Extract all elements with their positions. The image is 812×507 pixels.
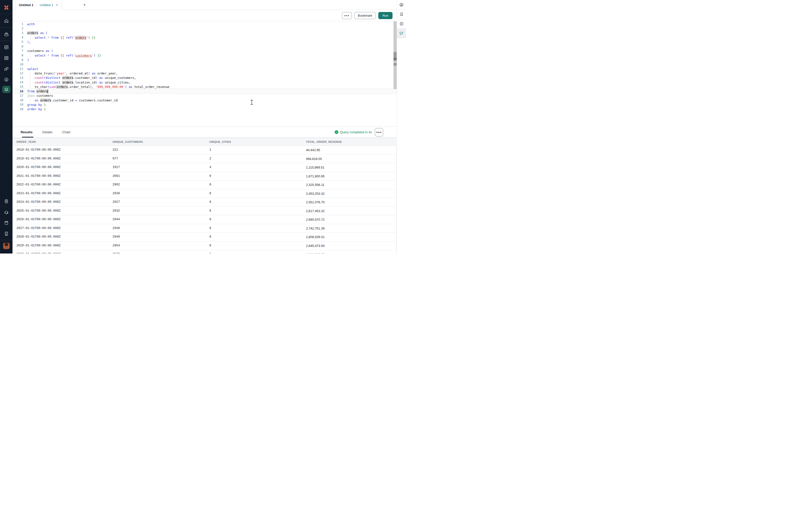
code-text: customers as ( <box>27 49 53 53</box>
support-headset-icon[interactable] <box>2 209 10 216</box>
table-row[interactable]: 2023-01-01T00:00:00.000Z293062,453,253.3… <box>12 189 397 198</box>
code-line[interactable]: 14 count(distinct orders.location_id) as… <box>12 80 397 84</box>
column-header[interactable]: TOTAL_ORDER_REVENUE <box>306 140 342 143</box>
notebook-tab-bar: Untitled 1✕Untitled 1✕ + <box>12 0 397 10</box>
table-row[interactable]: 2019-01-01T00:00:00.000Z9772494,818.00 <box>12 155 397 163</box>
results-tab-chart[interactable]: Chart <box>62 130 70 134</box>
bookmark-button[interactable]: Bookmark <box>354 12 376 19</box>
table-cell: 2,690,570.72 <box>306 218 324 221</box>
code-window-icon[interactable] <box>2 54 10 62</box>
code-text: to_char(sum(orders.order_total), '999,99… <box>27 85 169 89</box>
code-line[interactable]: 4 select * from {{ ref('orders') }} <box>12 35 397 40</box>
table-row[interactable]: 2021-01-01T00:00:00.000Z266161,871,800.8… <box>12 172 397 181</box>
code-line[interactable]: 1with <box>12 22 397 26</box>
code-line[interactable]: 17join customers <box>12 94 397 98</box>
docs-book-icon[interactable] <box>2 219 10 227</box>
ai-comment-icon[interactable] <box>397 29 406 38</box>
table-cell: 2879 <box>112 252 120 253</box>
data-drawer-icon[interactable] <box>2 31 10 38</box>
table-row[interactable]: 2026-01-01T00:00:00.000Z294462,690,570.7… <box>12 215 397 224</box>
editor-scrollbar-thumb[interactable] <box>394 52 397 61</box>
results-tab-results[interactable]: Results <box>20 130 33 134</box>
results-more-button[interactable]: ●●● <box>375 128 383 136</box>
sidebar-divider <box>0 240 12 240</box>
editor-scrollbar[interactable] <box>394 21 397 89</box>
code-line[interactable]: 3orders as ( <box>12 31 397 35</box>
bookmark-icon[interactable] <box>397 9 406 19</box>
table-header-row: ORDER_YEARUNIQUE_CUSTOMERSUNIQUE_CITIEST… <box>12 138 397 146</box>
table-row[interactable]: 2018-01-01T00:00:00.000Z221144,442.65 <box>12 146 397 155</box>
code-line[interactable]: 9) <box>12 58 397 62</box>
table-row[interactable]: 2022-01-01T00:00:00.000Z290262,325,556.1… <box>12 180 397 189</box>
table-cell: 1,115,869.51 <box>306 166 324 169</box>
more-options-button[interactable]: ●●● <box>342 12 352 19</box>
sidebar-divider <box>0 41 12 41</box>
code-line[interactable]: 10 <box>12 62 397 67</box>
code-line[interactable]: 6 <box>12 44 397 49</box>
table-cell: 2030-01-01T00:00:00.000Z <box>16 252 60 253</box>
table-row[interactable]: 2030-01-01T00:00:00.000Z287961,841,049.3… <box>12 250 397 253</box>
workspace-laptop-icon[interactable] <box>2 86 10 93</box>
table-row[interactable]: 2027-01-01T00:00:00.000Z294662,742,751.3… <box>12 224 397 233</box>
table-cell: 2932 <box>112 209 120 213</box>
table-cell: 2028-01-01T00:00:00.000Z <box>16 235 60 238</box>
table-cell: 2025-01-01T00:00:00.000Z <box>16 209 60 213</box>
table-cell: 44,442.65 <box>306 148 320 152</box>
app-window: Untitled 1✕Untitled 1✕ + ●●● Bookmark Ru… <box>0 0 406 253</box>
code-line[interactable]: 13 count(distinct orders.customer_id) as… <box>12 76 397 80</box>
multi-window-icon[interactable] <box>2 65 10 72</box>
line-number: 11 <box>12 67 23 70</box>
code-line[interactable]: 19group by 1 <box>12 102 397 107</box>
column-header[interactable]: UNIQUE_CITIES <box>209 140 231 143</box>
code-line[interactable]: 2 <box>12 26 397 31</box>
table-cell: 1,841,049.32 <box>306 252 324 253</box>
notebook-tab[interactable]: Untitled 1✕ <box>37 0 62 10</box>
table-cell: 2022-01-01T00:00:00.000Z <box>16 183 60 186</box>
code-text: orders as ( <box>27 31 48 35</box>
organization-building-icon[interactable] <box>2 230 10 237</box>
code-line[interactable]: 11select <box>12 67 397 71</box>
sql-editor[interactable]: 1with23orders as (4 select * from {{ ref… <box>12 21 397 127</box>
new-tab-button[interactable]: + <box>82 2 88 8</box>
hex-logo-icon[interactable] <box>2 4 10 11</box>
code-line[interactable]: 8 select * from {{ ref('customers') }} <box>12 53 397 58</box>
code-line[interactable]: 7customers as ( <box>12 49 397 53</box>
query-status-text: Query completed in 4s <box>340 130 372 134</box>
user-avatar[interactable] <box>3 243 9 249</box>
code-line[interactable]: 5), <box>12 40 397 44</box>
table-cell: 2027-01-01T00:00:00.000Z <box>16 227 60 230</box>
code-line[interactable]: 12 date_trunc('year', ordered_at) as ord… <box>12 71 397 75</box>
run-button[interactable]: Run <box>378 12 393 19</box>
table-cell: 977 <box>112 157 118 160</box>
table-row[interactable]: 2024-01-01T00:00:00.000Z292762,551,076.7… <box>12 198 397 207</box>
table-row[interactable]: 2029-01-01T00:00:00.000Z295462,845,473.9… <box>12 241 397 250</box>
line-number: 12 <box>12 71 23 75</box>
table-row[interactable]: 2020-01-01T00:00:00.000Z191741,115,869.5… <box>12 163 397 172</box>
history-clock-icon[interactable] <box>397 19 406 29</box>
table-cell: 2 <box>209 157 211 160</box>
column-header[interactable]: ORDER_YEAR <box>16 140 36 143</box>
close-tab-icon[interactable]: ✕ <box>55 3 59 7</box>
table-cell: 2927 <box>112 200 120 204</box>
success-check-icon: ✓ <box>335 130 338 134</box>
code-line[interactable]: 16from orders <box>12 89 397 93</box>
home-icon[interactable] <box>2 17 10 24</box>
apps-grid-icon[interactable] <box>2 44 10 51</box>
table-row[interactable]: 2028-01-01T00:00:00.000Z294962,808,539.0… <box>12 233 397 241</box>
table-row[interactable]: 2025-01-01T00:00:00.000Z293262,617,453.3… <box>12 207 397 216</box>
tab-label: Untitled 1 <box>40 3 53 7</box>
clipboard-icon[interactable] <box>2 198 10 205</box>
code-text: select * from {{ ref('customers') }} <box>27 54 101 57</box>
code-line[interactable]: 15 to_char(sum(orders.order_total), '999… <box>12 84 397 89</box>
results-tab-details[interactable]: Details <box>42 130 52 134</box>
compass-icon[interactable] <box>397 0 406 9</box>
table-cell: 6 <box>209 200 211 204</box>
explore-compass-icon[interactable] <box>2 76 10 83</box>
table-cell: 2,325,556.11 <box>306 183 324 187</box>
table-cell: 2930 <box>112 192 120 195</box>
column-header[interactable]: UNIQUE_CUSTOMERS <box>112 140 143 143</box>
code-line[interactable]: 18 on orders.customer_id = customers.cus… <box>12 98 397 102</box>
code-line[interactable]: 20order by 1 <box>12 107 397 111</box>
line-number: 15 <box>12 85 23 89</box>
code-text: with <box>27 22 35 26</box>
